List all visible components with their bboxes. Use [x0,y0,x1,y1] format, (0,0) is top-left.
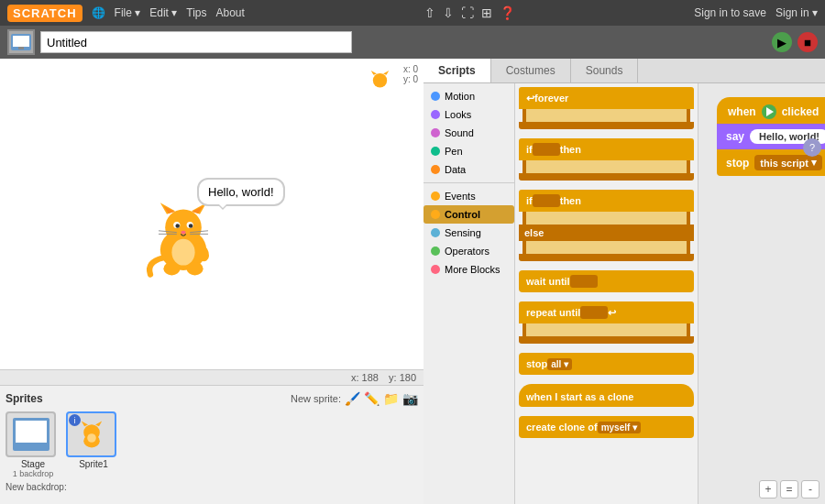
cat-sprite [142,196,225,281]
block-if-then-else[interactable]: if then [519,190,694,212]
speech-bubble: Hello, world! [197,178,285,206]
stop-button[interactable]: ■ [798,32,818,52]
about-link[interactable]: About [216,6,245,19]
fullscreen2-icon[interactable]: ⊞ [481,5,492,20]
help-button[interactable]: ? [803,138,821,157]
cat-operators[interactable]: Operators [424,242,514,260]
categories-panel: Motion Looks Sound Pen Data [424,83,515,504]
stop-dropdown[interactable]: this script ▾ [754,155,822,170]
tab-sounds[interactable]: Sounds [571,59,639,82]
say-label: say [726,130,744,143]
cat-operators-label: Operators [445,246,490,257]
block-when-clone[interactable]: when I start as a clone [519,384,694,407]
sprites-panel: Sprites New sprite: 🖌️ ✏️ 📁 📷 [0,385,424,504]
more-blocks-dot [431,265,440,274]
block-forever[interactable]: ↩ forever [519,87,694,109]
new-sprite-label: New sprite: [291,393,341,404]
block-create-clone[interactable]: create clone of myself ▾ [519,416,694,438]
stop-label: stop [726,157,749,170]
when-flag-clicked-block[interactable]: when clicked say Hello, world! [717,97,825,176]
motion-dot [431,92,440,101]
blocks-list: ↩ forever if then [515,83,698,504]
green-flag-button[interactable]: ▶ [772,32,792,52]
svg-rect-26 [16,421,47,443]
stage-x: x: 0 [403,64,418,74]
cat-motion[interactable]: Motion [424,87,514,105]
coord-y: y: 180 [389,372,416,383]
edit-menu[interactable]: Edit ▾ [149,6,177,19]
block-if-then[interactable]: if then [519,138,694,160]
sprite1-item-name: Sprite1 [66,459,121,469]
download-icon[interactable]: ⇩ [443,5,454,20]
globe-icon[interactable]: 🌐 [92,6,105,19]
camera-sprite-button[interactable]: 📷 [402,391,418,406]
cat-looks[interactable]: Looks [424,105,514,124]
sprites-label: Sprites [6,392,43,405]
cat-control[interactable]: Control [424,205,514,224]
sound-dot [431,128,440,137]
sign-in-to-save[interactable]: Sign in to save [694,6,766,19]
svg-point-18 [163,262,180,275]
sign-in-button[interactable]: Sign in ▾ [776,6,818,19]
tab-costumes[interactable]: Costumes [491,59,571,82]
file-menu[interactable]: File ▾ [115,6,141,19]
cat-sensing[interactable]: Sensing [424,224,514,242]
blocks-panel: Motion Looks Sound Pen Data [424,83,825,504]
paint-sprite-button[interactable]: 🖌️ [345,391,360,406]
svg-point-19 [187,262,204,275]
script-canvas: when clicked say Hello, world! [698,83,825,504]
when-label: when [728,105,756,118]
sprite-info-badge[interactable]: i [69,414,81,426]
new-sprite-controls: New sprite: 🖌️ ✏️ 📁 📷 [291,391,418,406]
edit-sprite-button[interactable]: ✏️ [364,391,380,406]
cat-sound-label: Sound [445,127,474,138]
cat-sensing-label: Sensing [445,227,481,238]
help-circle-icon[interactable]: ❓ [500,5,515,20]
zoom-controls: + = - [759,480,820,499]
cat-motion-label: Motion [445,91,475,102]
block-wait-until[interactable]: wait until [519,270,694,292]
looks-dot [431,110,440,119]
zoom-in-button[interactable]: + [759,480,777,499]
operators-dot [431,247,440,256]
cat-pen[interactable]: Pen [424,142,514,160]
block-stop-all[interactable]: stop all ▾ [519,353,694,375]
svg-point-22 [373,73,387,87]
fullscreen-icon[interactable]: ⛶ [461,5,474,20]
stage-item-name: Stage [6,459,60,469]
tabs-bar: Scripts Costumes Sounds [424,59,825,83]
cat-looks-label: Looks [445,109,471,120]
data-dot [431,165,440,174]
sprite-item-stage[interactable]: Stage 1 backdrop [6,411,60,478]
cat-data[interactable]: Data [424,160,514,179]
stage-y: y: 0 [403,74,418,84]
cat-more-blocks[interactable]: More Blocks [424,260,514,279]
stage-area: Hello, world! x: 0 y: 0 x: 188 y: 180 [0,59,424,504]
tips-link[interactable]: Tips [186,6,206,19]
sprite1-thumb: i [66,411,116,457]
svg-point-11 [175,224,180,228]
upload-sprite-button[interactable]: 📁 [383,391,399,406]
upload-icon[interactable]: ⇧ [424,5,435,20]
tab-scripts[interactable]: Scripts [424,59,491,82]
block-repeat-until[interactable]: repeat until ↩ [519,301,694,323]
control-dot [431,210,440,219]
new-backdrop-label: New backdrop: [6,482,418,492]
stage-canvas: Hello, world! x: 0 y: 0 [0,59,424,370]
sprites-list: Stage 1 backdrop i [6,411,418,478]
cat-data-label: Data [445,164,466,175]
sprites-header: Sprites New sprite: 🖌️ ✏️ 📁 📷 [6,391,418,406]
green-flag-icon [762,104,776,119]
stage-icon [7,29,35,55]
cat-events[interactable]: Events [424,187,514,205]
zoom-reset-button[interactable]: = [780,480,798,499]
cat-more-blocks-label: More Blocks [445,264,500,275]
svg-marker-23 [371,71,377,75]
project-name-input[interactable] [40,31,352,53]
sprite-item-1[interactable]: i Sprite1 [66,411,121,478]
zoom-out-button[interactable]: - [801,480,820,499]
cat-sound[interactable]: Sound [424,124,514,142]
events-dot [431,192,440,201]
scratch-logo[interactable]: SCRATCH [7,5,82,22]
svg-rect-1 [13,36,29,47]
